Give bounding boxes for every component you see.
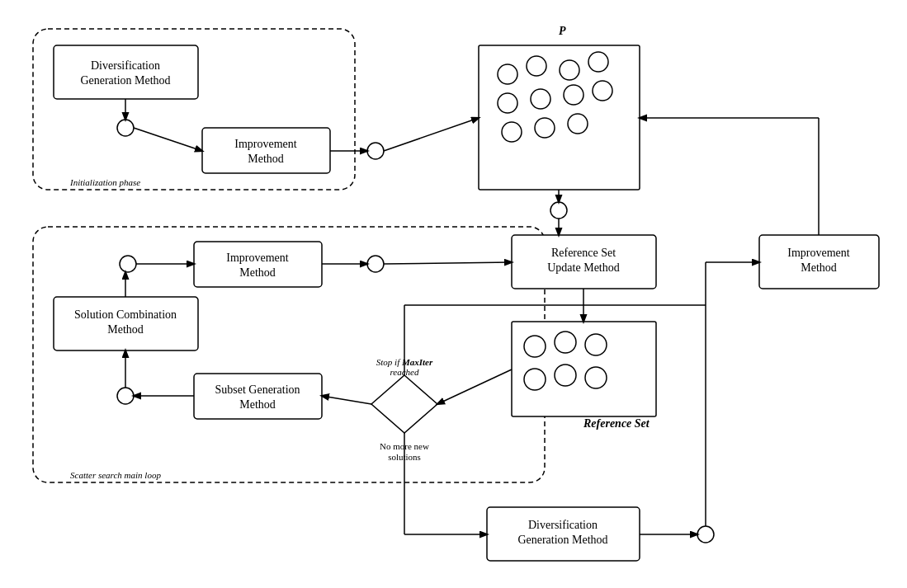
svg-line-24 [437, 369, 512, 404]
main-loop-label: Scatter search main loop [70, 470, 161, 480]
connector-circle-5 [367, 256, 384, 272]
solution-combination-label: Solution Combination [74, 308, 177, 321]
improvement-right-label2: Method [801, 261, 837, 274]
ref-set-label: Reference Set [583, 417, 650, 430]
improvement-init-label: Improvement [234, 138, 297, 150]
diversification-gen-bottom-label2: Generation Method [517, 534, 607, 546]
connector-circle-4 [120, 256, 136, 272]
connector-circle-3 [550, 202, 567, 219]
connector-circle-6 [697, 526, 714, 543]
diagram: Initialization phase Scatter search main… [0, 0, 907, 588]
subset-generation-box [194, 374, 322, 419]
ref-set-update-label: Reference Set [551, 247, 616, 259]
subset-generation-label: Subset Generation [215, 383, 300, 396]
connector-circle-1 [117, 120, 134, 136]
diversification-gen-init-label: Diversification [91, 59, 160, 72]
decision-diamond [371, 375, 437, 433]
improvement-init-box [202, 128, 330, 173]
improvement-right-label: Improvement [787, 247, 850, 259]
diversification-gen-bottom-label: Diversification [528, 519, 598, 531]
improvement-main-label: Improvement [226, 252, 289, 264]
init-phase-label: Initialization phase [69, 177, 140, 187]
population-box [479, 45, 640, 190]
subset-generation-label2: Method [239, 398, 276, 411]
solution-combination-label2: Method [107, 323, 144, 336]
improvement-init-label2: Method [248, 153, 284, 165]
svg-line-25 [322, 396, 371, 404]
ref-set-update-label2: Update Method [547, 261, 619, 274]
population-label-P: P [559, 25, 566, 37]
improvement-main-box [194, 242, 322, 287]
improvement-main-label2: Method [239, 266, 276, 279]
diversification-gen-init-box [54, 45, 198, 99]
connector-circle-7 [117, 388, 134, 404]
diversification-gen-init-label2: Generation Method [80, 74, 170, 87]
svg-line-18 [134, 128, 202, 151]
svg-line-20 [384, 118, 479, 151]
svg-line-31 [384, 262, 512, 264]
connector-circle-2 [367, 143, 384, 159]
